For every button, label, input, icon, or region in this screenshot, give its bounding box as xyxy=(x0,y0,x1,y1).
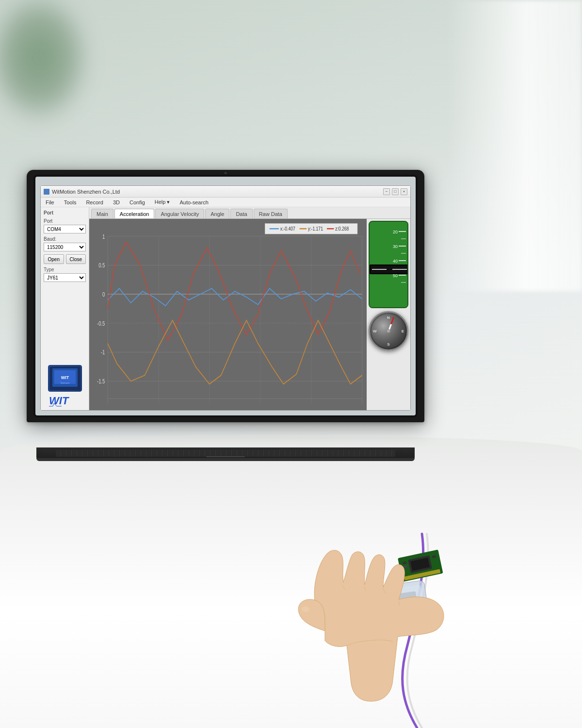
plant-decoration xyxy=(0,0,92,126)
app-window: WitMotion Shenzhen Co.,Ltd − □ × File To… xyxy=(40,185,411,411)
close-button[interactable]: × xyxy=(401,188,407,195)
minimize-button[interactable]: − xyxy=(383,188,390,195)
device-image: WIT Sensor xyxy=(48,365,82,392)
close-button-port[interactable]: Close xyxy=(66,254,86,264)
title-bar: WitMotion Shenzhen Co.,Ltd − □ × xyxy=(41,186,410,198)
menu-config[interactable]: Config xyxy=(128,199,147,206)
svg-text:0.5: 0.5 xyxy=(98,262,105,268)
svg-text:WIT: WIT xyxy=(61,375,69,380)
svg-point-65 xyxy=(302,606,309,612)
chart-svg: 1 0.5 0 -0.5 -1 -1.5 xyxy=(89,219,367,410)
chart-area: 1 0.5 0 -0.5 -1 -1.5 xyxy=(89,219,367,410)
curtain-decoration xyxy=(446,0,582,291)
chart-compass-area: 1 0.5 0 -0.5 -1 -1.5 xyxy=(89,219,410,410)
svg-text:y:-1.171: y:-1.171 xyxy=(308,226,323,232)
svg-text:40: 40 xyxy=(393,259,398,264)
laptop-keyboard xyxy=(56,450,395,457)
tab-main[interactable]: Main xyxy=(91,209,113,218)
compass-inner: N S E W xyxy=(372,314,405,348)
menu-3d[interactable]: 3D xyxy=(111,199,122,206)
compass-west: W xyxy=(373,329,377,333)
tabs-bar: Main Acceleration Angular Velocity Angle… xyxy=(89,207,410,219)
menu-bar: File Tools Record 3D Config Help ▾ Auto-… xyxy=(41,198,410,207)
svg-text:0: 0 xyxy=(102,291,105,298)
right-panel: 20 30 40 50 xyxy=(367,219,410,410)
laptop-screen: WitMotion Shenzhen Co.,Ltd − □ × File To… xyxy=(35,177,416,415)
compass-center xyxy=(387,329,390,333)
svg-text:WIT: WIT xyxy=(49,395,69,407)
sidebar: Port Port COM4 Baud: 115200 xyxy=(41,207,89,410)
window-controls[interactable]: − □ × xyxy=(383,188,407,195)
menu-tools[interactable]: Tools xyxy=(62,199,79,206)
compass-south: S xyxy=(387,342,389,347)
hand-sensor-overlay xyxy=(267,510,582,728)
device-thumbnail-svg: WIT Sensor xyxy=(48,365,81,391)
wit-logo-svg: WIT xyxy=(48,394,82,407)
svg-text:-1.5: -1.5 xyxy=(97,378,105,384)
laptop-base xyxy=(36,447,415,461)
tab-acceleration[interactable]: Acceleration xyxy=(114,209,155,218)
svg-text:1: 1 xyxy=(102,233,105,240)
type-label: Type xyxy=(44,267,86,272)
port-select[interactable]: COM4 xyxy=(44,225,86,233)
laptop-base-bottom xyxy=(36,458,415,461)
open-button[interactable]: Open xyxy=(44,254,64,264)
menu-autosearch[interactable]: Auto-search xyxy=(178,199,210,206)
port-section-label: Port xyxy=(44,210,86,215)
baud-select[interactable]: 115200 xyxy=(44,243,86,251)
inclinometer-svg: 20 30 40 50 xyxy=(370,222,408,308)
type-field: Type JY61 xyxy=(44,267,86,282)
svg-text:-1: -1 xyxy=(101,349,105,355)
tab-angle[interactable]: Angle xyxy=(205,209,229,218)
svg-text:z:0.268: z:0.268 xyxy=(335,226,349,232)
tab-angular-velocity[interactable]: Angular Velocity xyxy=(155,209,204,218)
hand-svg xyxy=(267,510,582,728)
svg-text:-0.5: -0.5 xyxy=(97,320,105,327)
maximize-button[interactable]: □ xyxy=(392,188,399,195)
svg-text:30: 30 xyxy=(393,244,398,249)
compass-east: E xyxy=(402,329,404,333)
port-field: Port COM4 xyxy=(44,218,86,233)
port-label: Port xyxy=(44,218,86,224)
laptop-screen-outer: WitMotion Shenzhen Co.,Ltd − □ × File To… xyxy=(27,170,424,422)
laptop-bezel: WitMotion Shenzhen Co.,Ltd − □ × File To… xyxy=(33,175,418,417)
laptop: WitMotion Shenzhen Co.,Ltd − □ × File To… xyxy=(27,170,424,461)
app-title: WitMotion Shenzhen Co.,Ltd xyxy=(52,189,120,195)
baud-label: Baud: xyxy=(44,236,86,242)
sidebar-logo-area: WIT Sensor WIT xyxy=(44,365,86,407)
app-icon xyxy=(44,189,49,195)
baud-field: Baud: 115200 xyxy=(44,236,86,251)
tab-raw-data[interactable]: Raw Data xyxy=(254,209,288,218)
inclinometer: 20 30 40 50 xyxy=(369,221,408,308)
title-bar-left: WitMotion Shenzhen Co.,Ltd xyxy=(44,189,120,195)
menu-file[interactable]: File xyxy=(44,199,56,206)
main-content: Main Acceleration Angular Velocity Angle… xyxy=(89,207,410,410)
menu-record[interactable]: Record xyxy=(84,199,105,206)
app-body: Port Port COM4 Baud: 115200 xyxy=(41,207,410,410)
laptop-camera xyxy=(225,172,227,174)
type-select[interactable]: JY61 xyxy=(44,273,86,282)
wit-logo: WIT xyxy=(48,394,82,407)
compass: N S E W xyxy=(369,311,408,351)
tab-data[interactable]: Data xyxy=(230,209,252,218)
menu-help[interactable]: Help ▾ xyxy=(153,198,172,206)
laptop-trackpad xyxy=(206,456,245,457)
svg-text:x:-0.407: x:-0.407 xyxy=(280,226,295,232)
port-buttons: Open Close xyxy=(44,254,86,264)
compass-north: N xyxy=(387,315,390,320)
svg-text:20: 20 xyxy=(393,230,398,234)
svg-text:Sensor: Sensor xyxy=(60,381,69,384)
